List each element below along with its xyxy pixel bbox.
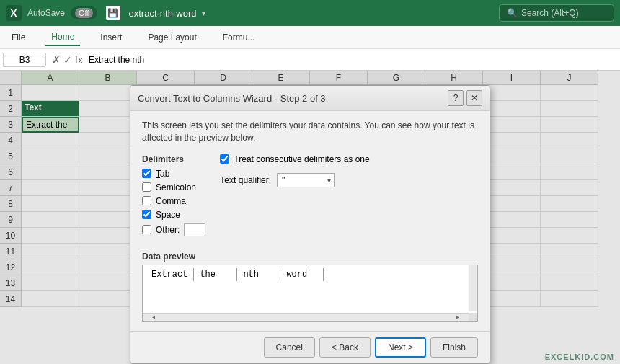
scrollbar-corner: [469, 313, 477, 321]
formula-input[interactable]: [86, 53, 617, 66]
preview-section: Data preview Extract the nth word ◂ ▸: [142, 252, 478, 322]
qualifier-select-wrapper: " ' {none}: [277, 173, 335, 187]
tab-page-layout[interactable]: Page Layout: [142, 30, 202, 45]
excel-topbar: X AutoSave Off 💾 extract-nth-word ▾ 🔍 Se…: [0, 0, 620, 26]
space-checkbox-row: Space: [142, 210, 205, 220]
preview-content: Extract the nth word: [146, 268, 474, 281]
tab-insert[interactable]: Insert: [94, 30, 128, 45]
other-label: Other:: [156, 225, 180, 235]
dialog-title: Convert Text to Columns Wizard - Step 2 …: [138, 93, 448, 104]
dialog-columns: Delimiters Tab Semicolon Comma: [142, 154, 478, 240]
finish-button[interactable]: Finish: [430, 337, 478, 358]
filename-dropdown-icon[interactable]: ▾: [202, 9, 205, 17]
toggle-state: Off: [75, 8, 92, 18]
tab-checkbox-row: Tab: [142, 169, 205, 179]
space-checkbox[interactable]: [142, 210, 151, 219]
function-icon[interactable]: fx: [75, 54, 83, 66]
qualifier-label: Text qualifier:: [220, 175, 271, 185]
comma-checkbox[interactable]: [142, 196, 151, 205]
comma-checkbox-row: Comma: [142, 196, 205, 206]
other-input[interactable]: [184, 223, 205, 236]
convert-text-dialog: Convert Text to Columns Wizard - Step 2 …: [130, 85, 490, 364]
semicolon-label: Semicolon: [156, 182, 196, 192]
comma-label: Comma: [156, 196, 186, 206]
cancel-button[interactable]: Cancel: [264, 337, 315, 358]
preview-col-3: nth: [237, 268, 280, 281]
space-label: Space: [156, 210, 180, 220]
other-checkbox[interactable]: [142, 225, 151, 234]
autosave-toggle[interactable]: Off: [71, 6, 97, 19]
filename: extract-nth-word: [129, 8, 197, 19]
autosave-label: AutoSave: [27, 8, 65, 18]
formula-bar: ✗ ✓ fx: [0, 49, 620, 71]
excel-logo: X: [6, 5, 22, 21]
help-button[interactable]: ?: [448, 90, 464, 106]
search-placeholder: Search (Alt+Q): [521, 8, 579, 18]
dialog-footer: Cancel < Back Next > Finish: [130, 331, 490, 363]
formula-icons: ✗ ✓ fx: [52, 54, 83, 66]
semicolon-checkbox-row: Semicolon: [142, 182, 205, 192]
scroll-right-icon[interactable]: ▸: [456, 313, 460, 321]
horizontal-scrollbar[interactable]: ◂ ▸: [143, 313, 469, 321]
cell-reference[interactable]: [3, 53, 46, 67]
tab-home[interactable]: Home: [45, 29, 80, 46]
cancel-formula-icon[interactable]: ✗: [52, 54, 61, 66]
preview-title: Data preview: [142, 252, 478, 262]
dialog-titlebar: Convert Text to Columns Wizard - Step 2 …: [130, 86, 490, 111]
next-button[interactable]: Next >: [375, 337, 426, 358]
vertical-scrollbar[interactable]: [469, 265, 477, 311]
tab-formulas[interactable]: Formu...: [217, 30, 261, 45]
delimiters-section: Delimiters Tab Semicolon Comma: [142, 154, 205, 240]
preview-col-1: Extract: [146, 268, 194, 281]
semicolon-checkbox[interactable]: [142, 182, 151, 192]
spreadsheet-area: A B C D E F G H I J 1 2 Text: [0, 71, 620, 364]
scroll-left-icon[interactable]: ◂: [151, 313, 156, 321]
back-button[interactable]: < Back: [319, 337, 371, 358]
search-icon: 🔍: [507, 8, 518, 18]
confirm-formula-icon[interactable]: ✓: [63, 54, 72, 66]
dialog-description: This screen lets you set the delimiters …: [142, 120, 478, 144]
preview-col-2: the: [194, 268, 237, 281]
tab-file[interactable]: File: [6, 30, 31, 45]
consecutive-label: Treat consecutive delimiters as one: [234, 154, 369, 164]
dialog-body: This screen lets you set the delimiters …: [130, 111, 490, 331]
close-button[interactable]: ✕: [466, 90, 482, 106]
preview-box: Extract the nth word ◂ ▸: [142, 265, 478, 322]
options-section: Treat consecutive delimiters as one Text…: [220, 154, 478, 240]
dialog-controls: ? ✕: [448, 90, 482, 106]
tab-checkbox[interactable]: [142, 169, 151, 178]
other-checkbox-row: Other:: [142, 223, 205, 236]
delimiters-title: Delimiters: [142, 154, 205, 164]
tab-label: Tab: [156, 169, 169, 179]
save-icon[interactable]: 💾: [106, 6, 120, 20]
consecutive-checkbox[interactable]: [220, 154, 229, 164]
qualifier-row: Text qualifier: " ' {none}: [220, 173, 478, 187]
consecutive-row: Treat consecutive delimiters as one: [220, 154, 478, 164]
search-box[interactable]: 🔍 Search (Alt+Q): [499, 4, 614, 22]
ribbon: File Home Insert Page Layout Formu...: [0, 26, 620, 49]
preview-col-4: word: [280, 268, 324, 281]
qualifier-select[interactable]: " ' {none}: [277, 173, 335, 187]
dialog-overlay: Convert Text to Columns Wizard - Step 2 …: [0, 71, 620, 364]
